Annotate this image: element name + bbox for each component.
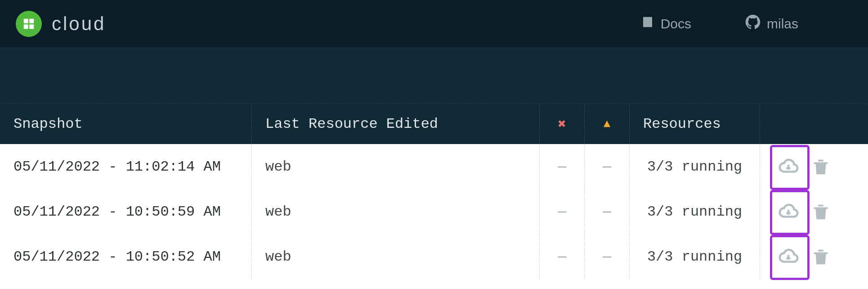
error-icon: ✖ [558, 116, 566, 132]
col-header-resources[interactable]: Resources [630, 104, 760, 144]
brand[interactable]: cloud [16, 11, 106, 37]
cell-resources: 3/3 running [630, 144, 760, 189]
brand-name: cloud [52, 13, 106, 35]
cell-warnings: — [585, 144, 630, 189]
cell-snapshot[interactable]: 05/11/2022 - 10:50:52 AM [0, 234, 252, 279]
cell-actions [760, 144, 868, 189]
table-row: 05/11/2022 - 11:02:14 AM web — — 3/3 run… [0, 144, 868, 189]
delete-button[interactable] [810, 156, 831, 177]
document-icon [641, 14, 654, 33]
docs-label: Docs [661, 16, 691, 32]
cell-errors: — [540, 189, 585, 234]
cell-errors: — [540, 234, 585, 279]
cell-warnings: — [585, 189, 630, 234]
table-header-row: Snapshot Last Resource Edited ✖ ▲ Resour… [0, 104, 868, 144]
download-button[interactable] [778, 246, 799, 267]
cell-snapshot[interactable]: 05/11/2022 - 11:02:14 AM [0, 144, 252, 189]
cell-resources: 3/3 running [630, 189, 760, 234]
cell-errors: — [540, 144, 585, 189]
cell-warnings: — [585, 234, 630, 279]
cell-last-edited: web [252, 189, 540, 234]
col-header-errors[interactable]: ✖ [540, 104, 585, 144]
github-icon [745, 14, 761, 33]
col-header-snapshot[interactable]: Snapshot [0, 104, 252, 144]
cell-actions [760, 234, 868, 279]
download-button[interactable] [778, 201, 799, 222]
col-header-actions [760, 104, 868, 144]
col-header-last-edited[interactable]: Last Resource Edited [252, 104, 540, 144]
brand-logo-icon [16, 11, 42, 37]
cell-last-edited: web [252, 234, 540, 279]
col-header-warnings[interactable]: ▲ [585, 104, 630, 144]
user-label: milas [767, 16, 798, 32]
cell-last-edited: web [252, 144, 540, 189]
table-body: 05/11/2022 - 11:02:14 AM web — — 3/3 run… [0, 144, 868, 279]
docs-link[interactable]: Docs [641, 14, 691, 33]
download-button[interactable] [778, 156, 799, 177]
svg-rect-0 [24, 18, 28, 23]
svg-rect-2 [24, 24, 28, 29]
user-link[interactable]: milas [745, 14, 798, 33]
cell-snapshot[interactable]: 05/11/2022 - 10:50:59 AM [0, 189, 252, 234]
snapshots-table: Snapshot Last Resource Edited ✖ ▲ Resour… [0, 104, 868, 279]
delete-button[interactable] [810, 246, 831, 267]
top-bar: cloud Docs milas [0, 0, 868, 47]
warning-icon: ▲ [604, 117, 611, 131]
table-row: 05/11/2022 - 10:50:59 AM web — — 3/3 run… [0, 189, 868, 234]
subheader-area [0, 47, 868, 104]
table-row: 05/11/2022 - 10:50:52 AM web — — 3/3 run… [0, 234, 868, 279]
svg-rect-1 [29, 18, 34, 23]
cell-actions [760, 189, 868, 234]
cell-resources: 3/3 running [630, 234, 760, 279]
delete-button[interactable] [810, 201, 831, 222]
svg-rect-3 [29, 24, 34, 29]
